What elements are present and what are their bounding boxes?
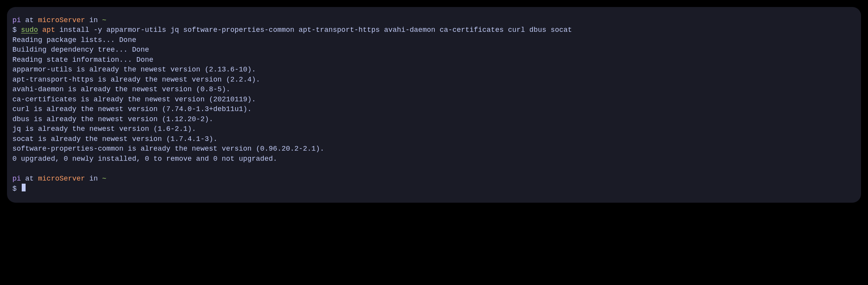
prompt-user: pi — [12, 16, 21, 24]
prompt-line-2: pi at microServer in ~ — [12, 174, 856, 184]
output-line: 0 upgraded, 0 newly installed, 0 to remo… — [12, 154, 856, 164]
prompt-user: pi — [12, 175, 21, 182]
prompt-cwd: ~ — [102, 16, 106, 24]
output-line: avahi-daemon is already the newest versi… — [12, 85, 856, 94]
output-line: curl is already the newest version (7.74… — [12, 104, 856, 114]
prompt-at: at — [21, 16, 38, 24]
cursor-icon — [22, 184, 26, 191]
output-line: ca-certificates is already the newest ve… — [12, 95, 856, 104]
command-line: $ sudo apt install -y apparmor-utils jq … — [12, 25, 856, 35]
prompt-dollar: $ — [12, 26, 21, 34]
prompt-dollar: $ — [12, 185, 21, 193]
prompt-in: in — [85, 16, 102, 24]
output-line: dbus is already the newest version (1.12… — [12, 115, 856, 124]
output-line: Building dependency tree... Done — [12, 45, 856, 55]
prompt-cwd: ~ — [102, 175, 106, 182]
prompt-host: microServer — [38, 175, 85, 182]
output-line: Reading package lists... Done — [12, 35, 856, 45]
cmd-space — [38, 26, 42, 34]
output-line: socat is already the newest version (1.7… — [12, 134, 856, 144]
prompt-host: microServer — [38, 16, 85, 24]
cmd-apt: apt — [42, 26, 55, 34]
output-line: Reading state information... Done — [12, 55, 856, 65]
terminal-window[interactable]: pi at microServer in ~ $ sudo apt instal… — [7, 7, 861, 203]
output-line: apt-transport-https is already the newes… — [12, 75, 856, 85]
cmd-sudo: sudo — [21, 26, 38, 34]
input-line[interactable]: $ — [12, 184, 856, 194]
output-line: software-properties-common is already th… — [12, 144, 856, 154]
prompt-at: at — [21, 175, 38, 182]
prompt-in: in — [85, 175, 102, 182]
cmd-args: install -y apparmor-utils jq software-pr… — [55, 26, 572, 34]
output-line: jq is already the newest version (1.6-2.… — [12, 124, 856, 134]
blank-line — [12, 164, 856, 174]
output-line: apparmor-utils is already the newest ver… — [12, 65, 856, 75]
prompt-line-1: pi at microServer in ~ — [12, 16, 856, 25]
